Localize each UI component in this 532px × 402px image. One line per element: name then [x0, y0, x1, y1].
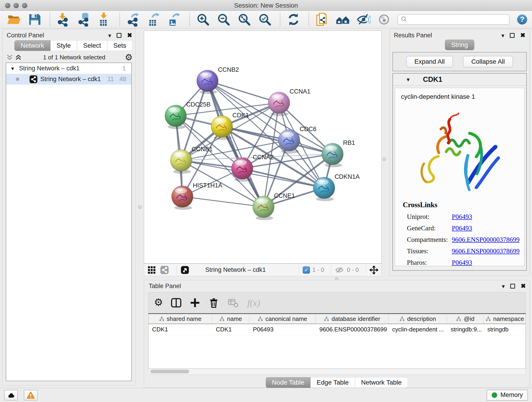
- export-table-icon[interactable]: [147, 12, 161, 27]
- float-panel-icon[interactable]: [117, 33, 121, 38]
- crosslink-link[interactable]: 9606.ENSP00000378699: [452, 236, 520, 243]
- network-node-RB1[interactable]: RB1: [322, 139, 355, 167]
- crosslink-label: GeneCard:: [407, 224, 452, 232]
- network-view-title: String Network – cdk1: [205, 266, 266, 274]
- birdseye-view-icon[interactable]: [181, 266, 189, 274]
- hide-eye-icon[interactable]: [356, 12, 370, 27]
- float-panel-icon[interactable]: [510, 33, 515, 38]
- zoom-selected-icon[interactable]: [258, 12, 272, 27]
- table-horizontal-scrollbar[interactable]: [148, 369, 526, 375]
- collapse-all-button[interactable]: Collapse All: [463, 56, 513, 67]
- save-icon[interactable]: [27, 12, 42, 27]
- import-network-icon[interactable]: [56, 12, 70, 27]
- gear-icon[interactable]: ⚙: [154, 297, 163, 308]
- network-row-selected[interactable]: String Network – cdk1 11 48: [6, 74, 131, 85]
- column-header-description[interactable]: description: [389, 314, 447, 324]
- tab-select[interactable]: Select: [77, 40, 107, 51]
- column-header-canonicalname[interactable]: canonical name: [249, 314, 316, 324]
- tab-style[interactable]: Style: [51, 40, 77, 51]
- crosslink-link[interactable]: P06493: [452, 259, 472, 266]
- network-collection-row[interactable]: ▾ String Network – cdk1 1: [6, 63, 131, 74]
- tab-network-table[interactable]: Network Table: [355, 377, 408, 388]
- table-cell[interactable]: cyclin-dependent ...: [389, 324, 447, 335]
- table-cell[interactable]: CDK1: [212, 324, 249, 335]
- network-edge[interactable]: [182, 197, 264, 207]
- float-panel-icon[interactable]: [510, 284, 515, 288]
- export-network-icon[interactable]: [126, 12, 140, 27]
- grid-view-icon[interactable]: [147, 266, 156, 274]
- collapse-all-icon[interactable]: [6, 54, 13, 61]
- network-graph[interactable]: CCNB2CCNA1CDC25BCDK1CDC6RB1CCNB1CCNA2CDK…: [144, 31, 381, 263]
- move-crosshair-icon[interactable]: [370, 266, 378, 274]
- protein-section-header[interactable]: ▾ CDK1: [393, 74, 526, 86]
- column-header-name[interactable]: name: [212, 314, 249, 324]
- close-panel-icon[interactable]: ✖: [520, 283, 526, 289]
- close-panel-icon[interactable]: ✖: [127, 32, 132, 38]
- tab-string[interactable]: String: [445, 40, 474, 50]
- help-icon[interactable]: ?: [516, 13, 528, 26]
- add-column-icon[interactable]: [190, 297, 201, 308]
- cloud-icon[interactable]: [4, 390, 18, 400]
- refresh-icon[interactable]: [286, 12, 301, 27]
- eye-icon[interactable]: [377, 12, 391, 27]
- node-label: CDKN1A: [335, 173, 360, 180]
- memory-button[interactable]: Memory: [487, 390, 528, 401]
- network-canvas[interactable]: CCNB2CCNA1CDC25BCDK1CDC6RB1CCNB1CCNA2CDK…: [144, 31, 382, 264]
- table-cell[interactable]: stringdb: [484, 324, 526, 335]
- crosslink-link[interactable]: P06493: [452, 224, 472, 232]
- crosslink-link[interactable]: 9606.ENSP00000378699: [452, 247, 520, 255]
- open-folder-icon[interactable]: [7, 12, 21, 27]
- network-node-CDK1[interactable]: CDK1: [211, 112, 249, 140]
- gear-icon[interactable]: ⚙: [125, 53, 133, 62]
- tab-edge-table[interactable]: Edge Table: [310, 377, 355, 388]
- expand-all-icon[interactable]: [15, 54, 22, 61]
- close-panel-icon[interactable]: ✖: [520, 32, 525, 38]
- tab-network[interactable]: Network: [14, 40, 51, 51]
- table-cell[interactable]: 9606.ENSP00000378699: [316, 324, 389, 335]
- columns-icon[interactable]: [171, 297, 182, 308]
- network-node-HIST1H1A[interactable]: HIST1H1A: [172, 182, 222, 210]
- collapse-triangle-icon[interactable]: ▾: [407, 76, 410, 83]
- houses-icon[interactable]: [336, 12, 350, 27]
- import-database-icon[interactable]: [77, 12, 91, 27]
- tab-sets[interactable]: Sets: [107, 40, 133, 51]
- search-box[interactable]: [398, 14, 510, 25]
- string-view-icon[interactable]: [160, 266, 169, 274]
- right-splitter-handle[interactable]: [382, 157, 386, 161]
- delete-column-icon[interactable]: [208, 297, 219, 308]
- table-cell[interactable]: P06493: [249, 324, 316, 335]
- selected-checkbox[interactable]: ✓: [303, 266, 310, 274]
- collection-label: String Network – cdk1: [19, 65, 80, 72]
- network-edge[interactable]: [207, 81, 279, 103]
- crosslink-link[interactable]: P06493: [452, 213, 472, 220]
- export-image-icon[interactable]: [167, 12, 181, 27]
- expand-all-button[interactable]: Expand All: [406, 56, 453, 67]
- column-header-namespace[interactable]: namespace: [484, 314, 526, 324]
- search-input[interactable]: [409, 16, 506, 23]
- zoom-out-icon[interactable]: [216, 12, 231, 27]
- collapse-triangle-icon[interactable]: ▾: [11, 65, 14, 72]
- panel-menu-icon[interactable]: ▾: [502, 283, 505, 289]
- zoom-fit-icon[interactable]: [237, 12, 251, 27]
- scrollbar-thumb[interactable]: [150, 370, 189, 373]
- table-row[interactable]: CDK1CDK1P064939606.ENSP00000378699cyclin…: [148, 324, 526, 335]
- import-table-icon[interactable]: [97, 12, 112, 27]
- table-cell[interactable]: stringdb:9...: [447, 324, 484, 335]
- panel-menu-icon[interactable]: ▾: [501, 32, 504, 38]
- network-node-CDKN1A[interactable]: CDKN1A: [313, 173, 360, 201]
- window-title: Session: New Session: [0, 2, 532, 9]
- table-cell[interactable]: CDK1: [148, 324, 212, 335]
- tab-node-table[interactable]: Node Table: [266, 377, 310, 388]
- zoom-in-icon[interactable]: [196, 12, 210, 27]
- warning-icon[interactable]: [24, 390, 38, 400]
- column-header-id[interactable]: @id: [447, 314, 484, 324]
- column-header-databaseidentifier[interactable]: database identifier: [316, 314, 389, 324]
- control-panel-title: Control Panel: [7, 32, 44, 39]
- column-header-sharedname[interactable]: shared name: [148, 314, 212, 324]
- document-network-icon[interactable]: [315, 12, 329, 27]
- protein-section: ▾ CDK1 cyclin-dependent kinase 1: [393, 73, 527, 271]
- left-splitter-handle[interactable]: [138, 205, 142, 209]
- node-table[interactable]: shared namenamecanonical namedatabase id…: [148, 313, 526, 369]
- hidden-eye-icon[interactable]: [335, 266, 344, 274]
- panel-menu-icon[interactable]: ▾: [108, 32, 111, 38]
